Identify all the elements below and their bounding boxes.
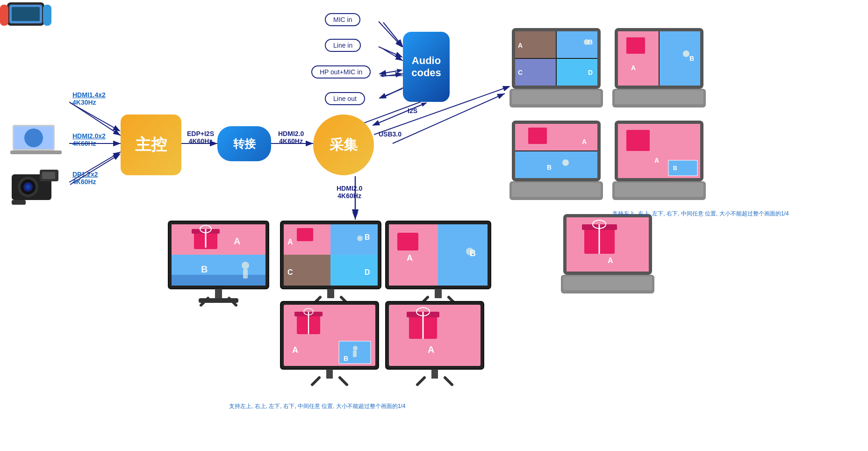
svg-line-42 (380, 89, 402, 98)
svg-text:A: A (654, 157, 659, 164)
svg-text:D: D (588, 69, 593, 76)
svg-line-41 (380, 70, 402, 74)
source-device-3 (9, 167, 63, 205)
svg-text:A: A (292, 345, 298, 355)
svg-text:B: B (344, 355, 348, 362)
svg-point-149 (562, 159, 569, 166)
svg-point-26 (24, 129, 43, 147)
svg-rect-135 (626, 37, 645, 54)
svg-text:A: A (287, 238, 293, 246)
svg-point-125 (584, 39, 589, 45)
hdmi-transfer-label: HDMI2.0 4K60Hz (278, 130, 304, 145)
pill-line-in: Line in (325, 39, 361, 52)
svg-text:A: A (518, 42, 523, 49)
svg-rect-155 (626, 130, 650, 151)
svg-text:D: D (365, 268, 370, 276)
laptop-caption: 支持左上, 右上, 左下, 右下, 中间任意 位置, 大小不能超过整个画面的1/… (612, 209, 789, 218)
svg-line-38 (379, 21, 402, 47)
svg-rect-61 (172, 275, 265, 286)
svg-point-103 (353, 346, 358, 351)
audiocodes-box: Audiocodes (403, 32, 450, 102)
svg-rect-160 (615, 183, 703, 197)
svg-marker-11 (380, 74, 383, 77)
svg-line-8 (383, 49, 403, 61)
svg-rect-89 (438, 224, 488, 286)
tv-monitor-3: A B (383, 219, 493, 309)
laptop-4: A B (612, 121, 706, 204)
svg-line-2 (69, 102, 121, 136)
laptop-1: A B C D (509, 28, 603, 112)
svg-text:A: A (582, 138, 587, 145)
svg-point-76 (357, 236, 363, 241)
svg-text:A: A (428, 344, 434, 355)
hdmi-out-label: HDMI2.0 4K60Hz (337, 185, 362, 200)
svg-point-63 (242, 262, 249, 269)
capture-box: 采集 (313, 115, 374, 175)
source-device-2 (10, 124, 62, 154)
svg-rect-116 (431, 369, 438, 379)
svg-line-49 (373, 103, 426, 125)
tv-monitor-4: A B (278, 299, 381, 390)
svg-line-7 (383, 22, 403, 47)
svg-marker-13 (380, 96, 383, 99)
svg-line-48 (373, 103, 426, 125)
pill-mic-in: MIC in (325, 13, 360, 26)
svg-rect-27 (10, 150, 62, 154)
svg-rect-79 (330, 255, 378, 286)
transfer-box: 转接 (217, 126, 271, 161)
svg-text:C: C (287, 268, 293, 276)
svg-line-40 (380, 70, 402, 74)
laptop-2: A B (612, 28, 706, 112)
svg-text:A: A (608, 257, 613, 265)
svg-line-9 (383, 74, 403, 76)
svg-rect-54 (172, 224, 265, 255)
svg-rect-147 (515, 151, 597, 178)
tv-monitor-2: A B C D (278, 219, 383, 309)
svg-text:B: B (673, 165, 677, 172)
svg-rect-170 (563, 276, 652, 290)
svg-line-39 (379, 47, 402, 57)
svg-line-117 (417, 378, 424, 385)
svg-text:B: B (365, 233, 370, 241)
svg-text:B: B (201, 264, 208, 274)
svg-text:C: C (518, 69, 523, 76)
i2s-label: I2S (408, 107, 417, 115)
svg-rect-145 (528, 128, 547, 144)
svg-rect-131 (512, 90, 601, 104)
source-label-2: HDMI2.0x2 4K60Hz (72, 132, 106, 147)
svg-point-91 (466, 248, 473, 255)
svg-rect-106 (326, 369, 333, 379)
svg-rect-151 (512, 183, 601, 197)
svg-rect-21 (0, 5, 8, 26)
svg-rect-23 (12, 7, 40, 21)
svg-point-139 (683, 50, 689, 57)
main-control-box: 主控 (121, 115, 181, 175)
svg-point-32 (26, 185, 30, 189)
svg-text:B: B (689, 55, 694, 62)
svg-line-108 (340, 378, 347, 385)
laptop-5: A (561, 214, 654, 298)
tv-monitor-1: A B (166, 219, 271, 309)
svg-rect-74 (330, 224, 378, 255)
svg-rect-144 (515, 124, 597, 150)
svg-line-12 (383, 88, 403, 97)
laptop-3: A B (509, 121, 603, 204)
svg-rect-65 (215, 289, 222, 298)
source-label-1: HDMI1.4x2 4K30Hz (72, 91, 106, 106)
svg-rect-92 (435, 289, 442, 298)
tv-monitor-5: A (383, 299, 486, 390)
svg-rect-87 (397, 233, 418, 251)
svg-line-43 (70, 103, 120, 131)
pill-line-out: Line out (325, 92, 365, 105)
svg-text:A: A (234, 236, 240, 246)
svg-line-107 (312, 378, 319, 385)
svg-rect-81 (327, 289, 334, 298)
svg-text:A: A (631, 64, 636, 72)
source-label-3: DP1.2x2 4K60Hz (72, 171, 98, 186)
svg-rect-72 (297, 228, 313, 241)
svg-line-118 (445, 378, 452, 385)
svg-rect-22 (43, 5, 51, 26)
pill-hp-out: HP out+MIC in (311, 65, 371, 79)
svg-rect-34 (42, 172, 55, 179)
svg-text:A: A (407, 253, 413, 263)
